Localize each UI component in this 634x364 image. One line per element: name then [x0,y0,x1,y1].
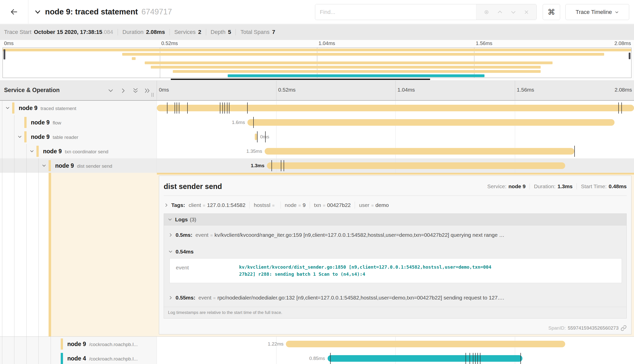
collapse-all-icon[interactable] [132,87,139,94]
prev-result-icon[interactable] [497,9,503,15]
chevron-down-icon[interactable] [17,134,22,139]
span-duration-bar[interactable] [286,341,565,347]
logs-footnote: Log timestamps are relative to the start… [164,307,626,318]
minimap-right-scrubber[interactable] [629,53,630,59]
chevron-down-icon[interactable] [41,163,47,168]
operation-name: table reader [53,134,78,140]
timeline-tick-label: 0ms [159,87,169,93]
tags-row[interactable]: Tags: client=127.0.0.1:54582hostssl=node… [164,199,627,211]
minimap-canvas[interactable] [3,48,631,78]
operation-name: flow [53,120,61,125]
span-row[interactable]: node 9flow1.6ms [0,115,634,130]
next-result-icon[interactable] [510,9,517,15]
log-field-name: event [196,232,208,238]
stat-label: Duration: [534,183,555,189]
collapse-one-level-icon[interactable] [107,87,114,94]
span-row-timeline-cell[interactable]: 1.22ms [157,337,634,351]
link-icon[interactable] [621,325,627,331]
keyboard-shortcuts-button[interactable]: ⌘ [543,4,560,20]
span-color-bar [12,102,14,114]
span-row[interactable]: node 9/cockroach.roachpb.I...1.22ms [0,337,634,351]
span-row-name-cell[interactable]: node 9/cockroach.roachpb.I... [0,337,157,351]
span-row[interactable]: node 9table reader0ms [0,130,634,144]
minimap-time-label: 0.52ms [161,40,178,46]
tree-indent-guide [14,173,14,336]
summary-label: Services [174,29,196,35]
span-duration-bar[interactable] [247,119,615,126]
tree-indent-guide [26,173,27,336]
service-name: node 9 [43,148,62,154]
span-rows-below-detail: node 9/cockroach.roachpb.I...1.22msnode … [0,336,634,364]
timeline-gridline [515,130,515,144]
chevron-down-icon[interactable] [29,149,34,154]
operation-name: traced statement [40,105,76,111]
span-row[interactable]: node 9traced statement [0,101,634,115]
log-marker-tick [520,353,521,364]
detail-cream-fill [51,173,157,336]
service-name: node 9 [31,119,50,125]
locate-icon[interactable] [483,9,490,15]
page-title: node 9: traced statement [45,7,138,16]
log-entry-row[interactable]: 0.5ms:event=kv/kvclient/kvcoord/range_it… [164,225,626,244]
tree-indent-guide [51,351,51,364]
minimap-left-scrubber[interactable] [4,49,5,59]
span-row-name-cell[interactable]: node 9traced statement [0,101,157,115]
find-input[interactable] [315,4,476,20]
span-row[interactable]: node 9txn coordinator send1.35ms [0,144,634,158]
service-name: node 9 [19,104,37,111]
span-duration-bar[interactable] [255,134,257,140]
tree-indent-guide [26,158,27,173]
span-id-value: 5597415943526560273 [568,325,619,331]
column-resize-grip[interactable] [152,93,154,97]
trace-title-group: node 9: traced statement 6749717 [34,0,172,24]
span-duration-bar[interactable] [267,162,565,169]
view-selector-button[interactable]: Trace Timeline [565,4,629,20]
span-row-labels: node 9traced statement [19,104,76,111]
span-row-timeline-cell[interactable]: 1.3ms [157,158,634,173]
span-row-name-cell[interactable]: node 9txn coordinator send [0,144,157,158]
span-row-name-cell[interactable]: node 4/cockroach.roachpb.I... [0,351,157,364]
arrow-left-icon [10,8,18,16]
span-row-timeline-cell[interactable]: 0ms [157,130,634,144]
log-marker-tick [281,160,281,171]
equals-sign: = [323,203,325,208]
chevron-down-icon[interactable] [5,105,10,111]
tree-indent-guide [51,337,51,351]
tree-indent-guide [14,158,14,173]
log-timestamp: 0.54ms [176,249,194,255]
span-detail-row: dist sender send Service:node 9Duration:… [0,173,634,336]
span-duration-bar[interactable] [328,355,523,362]
log-marker-tick [480,353,480,364]
log-marker-tick [257,131,258,142]
timeline-tick-label: 0.52ms [278,87,296,93]
timeline-gridline [395,81,396,100]
summary-item: Duration2.08ms [122,29,165,35]
span-id-row: SpanID: 5597415943526560273 [164,322,627,331]
span-row-timeline-cell[interactable]: 1.35ms [157,144,634,158]
equals-sign: = [298,203,301,208]
span-row-timeline-cell[interactable]: 0.85ms [157,351,634,364]
span-duration-bar[interactable] [265,148,574,155]
span-row-labels: node 9txn coordinator send [43,148,108,155]
span-row-name-cell[interactable]: node 9flow [0,115,157,130]
span-row-timeline-cell[interactable] [157,101,634,115]
expand-all-icon[interactable] [144,87,151,94]
chevron-right-icon [168,295,173,300]
span-duration-bar[interactable] [157,105,634,111]
tag-value: 00427b22 [327,202,351,208]
back-button[interactable] [0,0,28,24]
span-row[interactable]: node 4/cockroach.roachpb.I...0.85ms [0,351,634,364]
clear-search-icon[interactable] [523,9,530,15]
log-entry-expanded-header[interactable]: 0.54ms [164,244,626,258]
span-row-timeline-cell[interactable]: 1.6ms [157,115,634,130]
collapse-title-chevron-icon[interactable] [34,8,41,16]
span-row-name-cell[interactable]: node 9table reader [0,130,157,144]
tree-indent-guide [38,337,39,351]
logs-header[interactable]: Logs (3) [164,214,626,225]
tag-separator [310,202,310,209]
log-entry-row[interactable]: 0.55ms:event=rpc/nodedialer/nodedialer.g… [164,288,626,307]
span-row[interactable]: node 9dist sender send1.3ms [0,158,634,173]
log-marker-tick [574,146,575,157]
span-row-name-cell[interactable]: node 9dist sender send [0,158,157,173]
expand-one-level-icon[interactable] [120,87,126,94]
